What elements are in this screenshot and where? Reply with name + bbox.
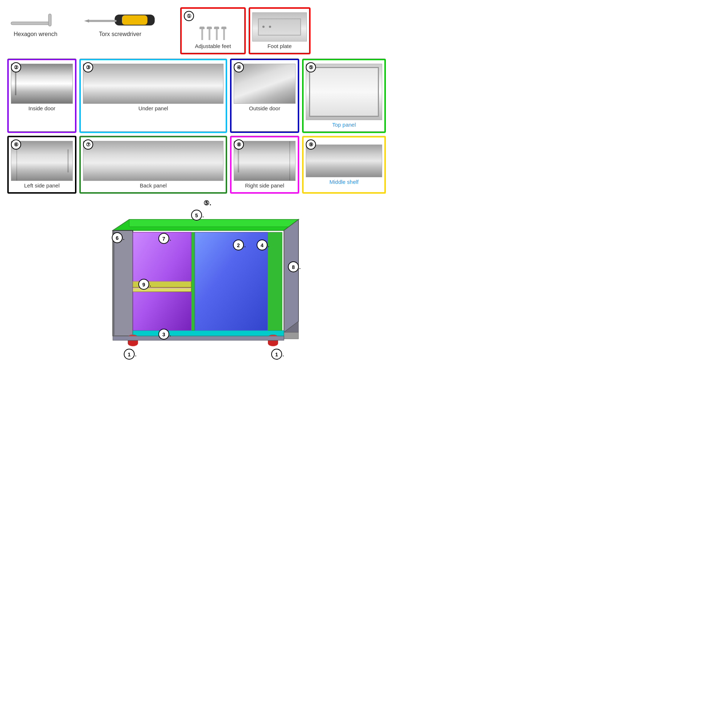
svg-text:2: 2 [237,242,240,248]
cabinet-label-5: ⑤. [203,199,211,207]
under-panel-image [83,64,223,104]
part-outside-door: ④ Outside door [230,59,299,133]
part-inside-door: ② Inside door [7,59,76,133]
parts-row-1: ② Inside door ③ Under panel ④ Outside do… [7,59,386,133]
svg-text:5: 5 [195,213,198,219]
part-num-3: ③ [83,62,93,72]
top-panel-image [306,64,382,120]
svg-rect-0 [11,22,51,25]
svg-text:.: . [244,242,246,248]
svg-text:1: 1 [128,352,131,358]
svg-text:1: 1 [275,352,278,358]
svg-text:4: 4 [261,242,263,248]
svg-rect-13 [195,232,268,330]
right-side-label: Right side panel [245,182,284,190]
svg-text:.: . [170,236,171,242]
part-num-9: ⑨ [306,139,316,150]
hexagon-wrench-label: Hexagon wrench [14,31,57,37]
svg-text:.: . [123,235,124,241]
back-panel-image [83,141,223,181]
svg-text:9: 9 [142,282,145,288]
torx-screwdriver-icon [82,11,158,31]
part-top-panel: ⑤ Top panel [302,59,386,133]
tool-torx-screwdriver: Torx screwdriver [82,11,158,37]
part-foot-plate: Foot plate [249,7,310,54]
inside-door-label: Inside door [28,105,55,113]
svg-text:.: . [202,213,204,219]
svg-rect-3 [122,15,147,25]
part-middle-shelf: ⑨ Middle shelf [302,136,386,194]
svg-rect-4 [89,20,116,22]
svg-rect-25 [113,336,284,340]
part-under-panel: ③ Under panel [80,59,227,133]
top-panel-label: Top panel [332,122,356,129]
foot-plate-label: Foot plate [268,43,292,50]
under-panel-label: Under panel [138,105,168,113]
tool-hexagon-wrench: Hexagon wrench [7,11,64,37]
foot-plate-image [252,12,307,41]
parts-row-2: ⑥ Left side panel ⑦ Back panel ⑧ Right s… [7,136,386,194]
left-side-label: Left side panel [24,182,60,190]
middle-shelf-image [306,145,382,177]
outside-door-label: Outside door [249,105,280,113]
cabinet-section: ⑤. [7,199,386,361]
part-back-panel: ⑦ Back panel [80,136,227,194]
svg-text:.: . [283,352,284,358]
svg-text:.: . [299,264,301,270]
svg-text:8: 8 [292,264,295,270]
part-left-side-panel: ⑥ Left side panel [7,136,76,194]
part-num-5: ⑤ [306,62,316,72]
svg-rect-1 [48,14,51,26]
svg-text:7: 7 [162,236,165,242]
svg-rect-24 [284,332,298,339]
page-container: Hexagon wrench Torx screwdriver ① [0,0,393,369]
middle-shelf-label: Middle shelf [329,179,359,187]
svg-marker-10 [284,219,298,332]
adj-feet-label: Adjustable feet [195,43,231,50]
part-adjustable-feet: ① Adjustable feet [180,7,246,54]
svg-rect-8 [113,230,133,336]
svg-text:.: . [150,282,151,288]
back-panel-label: Back panel [140,182,167,190]
part-right-side-panel: ⑧ Right side panel [230,136,299,194]
svg-rect-9 [113,231,115,335]
svg-text:6: 6 [116,235,119,241]
part-num-2: ② [11,62,21,72]
hexagon-wrench-icon [7,11,64,31]
part-num-8: ⑧ [234,139,244,150]
part-num-1: ① [184,11,194,21]
cabinet-diagram: 6 7 2 4 9 8 3 1 1 [66,209,327,361]
part-num-7: ⑦ [83,139,93,150]
part-num-4: ④ [234,62,244,72]
svg-text:.: . [268,242,269,248]
svg-text:3: 3 [162,332,165,337]
svg-marker-7 [129,219,298,227]
part-num-6: ⑥ [11,139,21,150]
torx-screwdriver-label: Torx screwdriver [99,31,141,37]
svg-marker-5 [84,19,89,23]
svg-text:.: . [135,352,136,358]
svg-text:.: . [170,332,171,337]
